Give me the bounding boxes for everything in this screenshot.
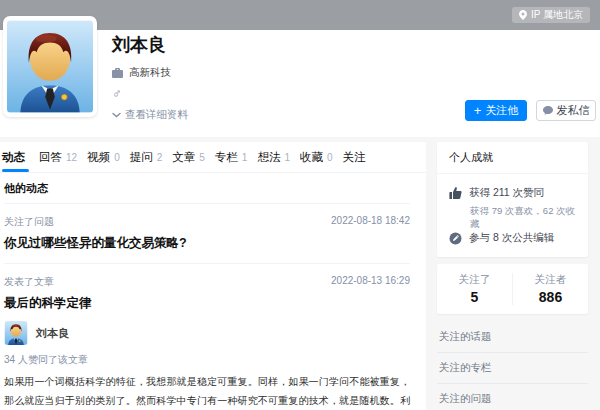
ip-location-badge: IP 属地北京 [512,7,590,23]
edit-circle-icon [449,232,462,245]
tab-label: 视频 [87,150,110,165]
sidebar-link-topics[interactable]: 关注的话题 [437,322,588,353]
sidebar-links: 关注的话题 关注的专栏 关注的问题 关注的收藏夹 [437,322,588,410]
author-avatar[interactable] [4,321,28,345]
profile-name: 刘本良 [112,35,188,55]
tab-label: 动态 [2,150,25,165]
profile-header-card: IP 属地北京 刘本良 高新科技 ♂ 查看详细资料 + 关注他 [0,0,600,137]
follow-button[interactable]: + 关注他 [465,100,527,121]
edits-text: 参与 8 次公共编辑 [469,231,554,245]
feed-action-text: 关注了问题 [4,215,54,229]
organization-text: 高新科技 [129,66,171,80]
likes-collections-text: 获得 79 次喜欢，62 次收藏 [470,205,576,231]
following-label: 关注了 [437,273,512,287]
tab-videos[interactable]: 视频0 [87,142,120,172]
profile-avatar[interactable] [3,16,97,117]
article-vote-count: 34 人赞同了该文章 [4,353,410,367]
view-detail-label: 查看详细资料 [125,108,188,122]
tab-columns[interactable]: 专栏1 [215,142,248,172]
edits-row: 参与 8 次公共编辑 [449,231,576,245]
tab-articles[interactable]: 文章5 [172,142,205,172]
tab-pins[interactable]: 想法1 [257,142,290,172]
male-gender-icon: ♂ [112,87,188,100]
plus-icon: + [474,105,482,116]
profile-info: 刘本良 高新科技 ♂ 查看详细资料 [112,35,188,122]
feed-action-text: 发表了文章 [4,275,54,289]
following-count: 5 [437,289,512,305]
feed-meta: 发表了文章 2022-08-13 16:29 [4,275,410,289]
send-message-button[interactable]: 发私信 [536,100,596,121]
followers-label: 关注者 [513,273,588,287]
header-actions: + 关注他 发私信 [465,100,596,121]
follow-stats-card: 关注了 5 关注者 886 [437,264,588,314]
article-excerpt: 如果用一个词概括科学的特征，我想那就是稳定可重复。同样，如果一门学问不能被重复，… [4,372,410,410]
tab-label: 回答 [39,150,62,165]
activity-section-title: 他的动态 [4,173,410,204]
tab-following[interactable]: 关注 [343,142,370,172]
tab-label: 文章 [172,150,195,165]
upvotes-text: 获得 211 次赞同 [469,186,544,200]
main-content-card: 动态 回答12 视频0 提问2 文章5 专栏1 想法1 收藏0 关注 他的动态 … [0,142,426,410]
message-bubble-icon [543,106,553,115]
article-excerpt-text: 如果用一个词概括科学的特征，我想那就是稳定可重复。同样，如果一门学问不能被重复，… [4,376,410,410]
tab-label: 专栏 [215,150,238,165]
location-pin-icon [519,10,527,20]
upvotes-row: 获得 211 次赞同 [449,186,576,200]
tab-answers[interactable]: 回答12 [39,142,77,172]
tab-count: 5 [199,152,205,163]
question-title-link[interactable]: 你见过哪些怪异的量化交易策略? [4,235,410,252]
thumb-up-icon [449,187,462,199]
tab-label: 提问 [130,150,153,165]
author-name[interactable]: 刘本良 [36,326,69,341]
following-stat[interactable]: 关注了 5 [437,273,512,305]
chevron-down-icon [112,112,121,118]
feed-item-article: 发表了文章 2022-08-13 16:29 最后的科学定律 刘本良 34 人赞… [4,264,410,410]
feed-timestamp: 2022-08-13 16:29 [331,275,410,289]
briefcase-icon [112,68,123,78]
achievements-card: 个人成就 获得 211 次赞同 获得 79 次喜欢，62 次收藏 参与 8 次公… [437,142,588,257]
tab-count: 1 [284,152,290,163]
tab-label: 收藏 [300,150,323,165]
tab-collections[interactable]: 收藏0 [300,142,333,172]
feed-meta: 关注了问题 2022-08-18 18:42 [4,215,410,229]
tab-count: 1 [242,152,248,163]
follow-button-label: 关注他 [485,101,518,120]
tab-activity[interactable]: 动态 [2,142,29,172]
view-detail-link[interactable]: 查看详细资料 [112,108,188,122]
sidebar-link-columns[interactable]: 关注的专栏 [437,353,588,384]
profile-tabs: 动态 回答12 视频0 提问2 文章5 专栏1 想法1 收藏0 关注 [0,142,426,173]
achievements-title: 个人成就 [437,142,588,174]
achievements-body: 获得 211 次赞同 获得 79 次喜欢，62 次收藏 参与 8 次公共编辑 [437,174,588,257]
tab-label: 想法 [257,150,280,165]
tab-count: 2 [157,152,163,163]
tab-questions[interactable]: 提问2 [130,142,163,172]
profile-organization: 高新科技 [112,66,188,80]
article-author-row: 刘本良 [4,321,410,345]
sidebar-link-questions[interactable]: 关注的问题 [437,384,588,410]
tab-count: 0 [114,152,120,163]
ip-location-text: IP 属地北京 [531,10,583,20]
followers-count: 886 [513,289,588,305]
tab-label: 关注 [343,150,366,165]
followers-stat[interactable]: 关注者 886 [512,273,588,305]
tab-count: 12 [66,152,77,163]
tab-count: 0 [327,152,333,163]
send-message-label: 发私信 [557,101,590,120]
right-sidebar: 个人成就 获得 211 次赞同 获得 79 次喜欢，62 次收藏 参与 8 次公… [437,142,588,410]
feed-item-question: 关注了问题 2022-08-18 18:42 你见过哪些怪异的量化交易策略? [4,204,410,264]
feed-timestamp: 2022-08-18 18:42 [331,215,410,229]
article-title-link[interactable]: 最后的科学定律 [4,295,410,312]
